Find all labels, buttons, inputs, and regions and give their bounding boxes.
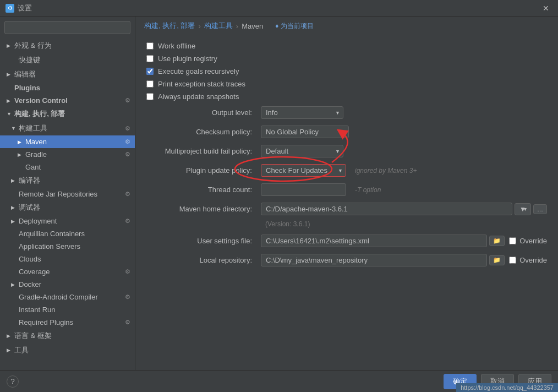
sidebar-item-gradle-android[interactable]: Gradle-Android Compiler ⚙ [0,291,135,303]
maven-version-note: (Version: 3.6.1) [261,220,310,228]
checksum-policy-label: Checksum policy: [146,128,256,136]
arrow-icon: ▼ [7,111,12,117]
sidebar-item-arquillian[interactable]: Arquillian Containers [0,227,135,240]
multiproject-policy-select[interactable]: Default At End Never [261,145,343,157]
sidebar-item-label: Maven [25,138,47,146]
search-input[interactable] [4,21,130,34]
arrow-icon: ▶ [7,72,12,77]
project-tag: ♦ 为当前项目 [275,21,313,31]
sidebar-item-gong-ju[interactable]: ▶ 工具 [0,343,135,357]
sidebar-item-label: Arquillian Containers [19,230,85,238]
sidebar-item-kuai-jian[interactable]: 快捷键 [0,53,135,67]
checksum-policy-row: Checksum policy: No Global Policy Strict… [146,126,547,138]
plugin-update-policy-label: Plugin update policy: [146,166,256,175]
sidebar-item-label: Plugins [14,84,40,92]
local-repo-browse-btn[interactable]: 📁 [489,255,505,265]
sidebar-item-plugins[interactable]: Plugins [0,81,135,94]
breadcrumb-current: Maven [242,22,263,30]
sidebar-item-label: Instant Run [19,306,56,314]
sidebar-item-label: Docker [19,280,41,288]
always-update-checkbox[interactable] [146,93,154,100]
sidebar-item-maven[interactable]: ▶ Maven ⚙ [0,135,135,148]
sidebar-item-wai-guan[interactable]: ▶ 外观 & 行为 [0,39,135,53]
sidebar-item-docker[interactable]: ▶ Docker [0,278,135,291]
checksum-policy-select[interactable]: No Global Policy Strict Warn [261,126,349,138]
breadcrumb-link-1[interactable]: 构建, 执行, 部署 [144,21,195,31]
sidebar-item-gant[interactable]: Gant [0,161,135,173]
output-level-select[interactable]: Info Debug Error [261,106,343,119]
close-button[interactable]: ✕ [539,3,552,14]
help-button[interactable]: ? [7,375,19,388]
sidebar-item-label: Gant [25,163,41,171]
arrow-icon: ▶ [11,205,17,210]
breadcrumb-separator-1: › [198,22,200,30]
maven-home-browse-btn[interactable]: … [533,204,547,214]
checkbox-use-plugin-registry: Use plugin registry [146,55,547,63]
settings-icon: ⚙ [125,125,130,132]
content-body: Work offline Use plugin registry Execute… [135,35,558,370]
user-settings-browse-btn[interactable]: 📁 [489,236,505,246]
maven-home-dropdown-btn[interactable]: ▼ [515,203,531,215]
sidebar-item-bian-ji-qi[interactable]: ▶ 编辑器 [0,67,135,81]
sidebar-item-bian-yi-qi[interactable]: ▶ 编译器 [0,173,135,188]
sidebar-item-yuyan-kuangjia[interactable]: ▶ 语言 & 框架 [0,329,135,343]
sidebar-item-label: Gradle [25,150,47,159]
plugin-update-policy-row: Plugin update policy: Check For Updates … [146,164,547,177]
sidebar-item-version-control[interactable]: ▶ Version Control ⚙ [0,94,135,107]
use-plugin-registry-checkbox[interactable] [146,55,154,62]
sidebar-item-gradle[interactable]: ▶ Gradle ⚙ [0,148,135,161]
multiproject-policy-label: Multiproject build fail policy: [146,147,256,155]
local-repo-input[interactable] [261,254,487,266]
sidebar-item-label: Clouds [19,255,41,263]
sidebar-item-label: 编辑器 [14,69,36,79]
thread-count-input[interactable] [261,183,346,196]
output-level-select-wrapper: Info Debug Error [261,106,343,119]
execute-goals-checkbox[interactable] [146,68,154,75]
sidebar-item-gou-jian[interactable]: ▼ 构建, 执行, 部署 [0,107,135,121]
sidebar-item-label: Deployment [19,217,57,225]
breadcrumb: 构建, 执行, 部署 › 构建工具 › Maven ♦ 为当前项目 [135,17,558,35]
settings-icon: ⚙ [125,268,130,275]
sidebar-item-remote-jar[interactable]: Remote Jar Repositories ⚙ [0,188,135,200]
sidebar-item-gou-jian-gong-ju[interactable]: ▼ 构建工具 ⚙ [0,121,135,135]
breadcrumb-link-2[interactable]: 构建工具 [204,21,233,31]
local-repo-row: Local repository: 📁 Override [146,254,547,266]
sidebar-item-label: 编译器 [19,176,40,186]
user-settings-dir-row: 📁 [261,235,505,247]
user-settings-override-checkbox[interactable] [509,237,516,244]
output-level-row: Output level: Info Debug Error [146,106,547,119]
plugin-update-policy-select[interactable]: Check For Updates Always Never Daily [261,164,346,177]
sidebar-item-clouds[interactable]: Clouds [0,253,135,265]
settings-icon: ⚙ [125,138,130,145]
output-level-label: Output level: [146,108,256,117]
status-url: https://blog.csdn.net/qq_44322357 [461,384,554,391]
local-repo-override-checkbox[interactable] [509,257,516,264]
status-bar: https://blog.csdn.net/qq_44322357 [456,383,558,392]
local-repo-label: Local repository: [146,256,256,264]
sidebar-item-label: Application Servers [19,242,80,251]
user-settings-input[interactable] [261,235,487,247]
checksum-policy-select-wrapper: No Global Policy Strict Warn [261,126,349,138]
thread-count-label: Thread count: [146,186,256,194]
sidebar-item-label: Gradle-Android Compiler [19,293,98,301]
sidebar-item-deployment[interactable]: ▶ Deployment ⚙ [0,215,135,227]
user-settings-override-row: Override [509,237,547,245]
print-exception-checkbox[interactable] [146,80,154,88]
sidebar-item-required-plugins[interactable]: Required Plugins ⚙ [0,316,135,329]
arrow-icon: ▶ [7,43,12,48]
main-container: ▶ 外观 & 行为 快捷键 ▶ 编辑器 Plugins ▶ Version Co… [0,17,558,370]
work-offline-checkbox[interactable] [146,42,154,50]
maven-home-input[interactable] [261,203,512,215]
sidebar-item-tiao-shi-qi[interactable]: ▶ 调试器 [0,200,135,215]
arrow-icon: ▶ [18,139,23,145]
settings-icon: ⚙ [125,97,130,104]
sidebar-item-label: 构建, 执行, 部署 [14,109,65,119]
local-repo-override-label: Override [519,256,547,264]
sidebar-item-instant-run[interactable]: Instant Run [0,303,135,316]
checkbox-work-offline: Work offline [146,42,547,50]
arrow-icon: ▼ [11,126,17,131]
thread-count-hint: -T option [355,186,381,194]
sidebar-item-label: Version Control [14,96,68,105]
sidebar-item-coverage[interactable]: Coverage ⚙ [0,265,135,278]
sidebar-item-app-servers[interactable]: Application Servers [0,240,135,253]
